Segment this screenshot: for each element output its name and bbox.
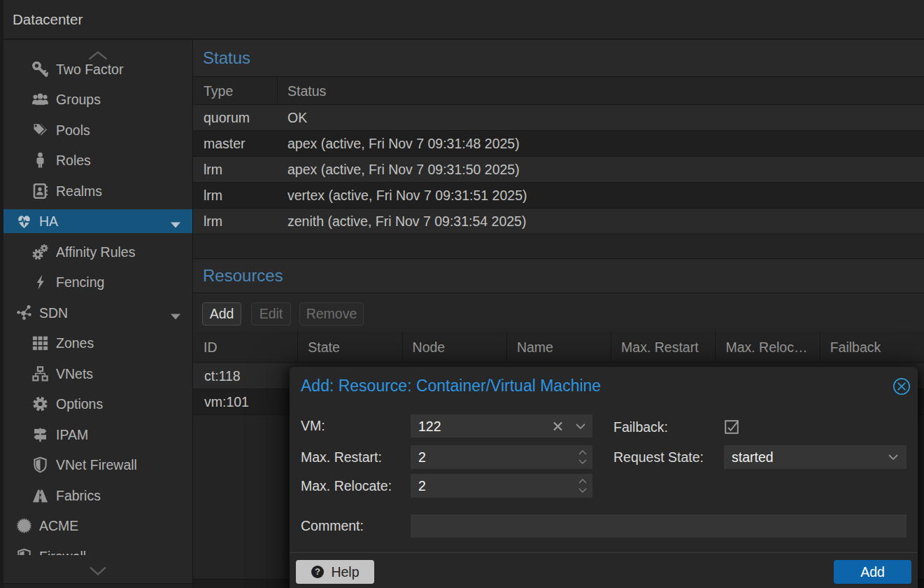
svg-text:?: ? (315, 566, 320, 577)
